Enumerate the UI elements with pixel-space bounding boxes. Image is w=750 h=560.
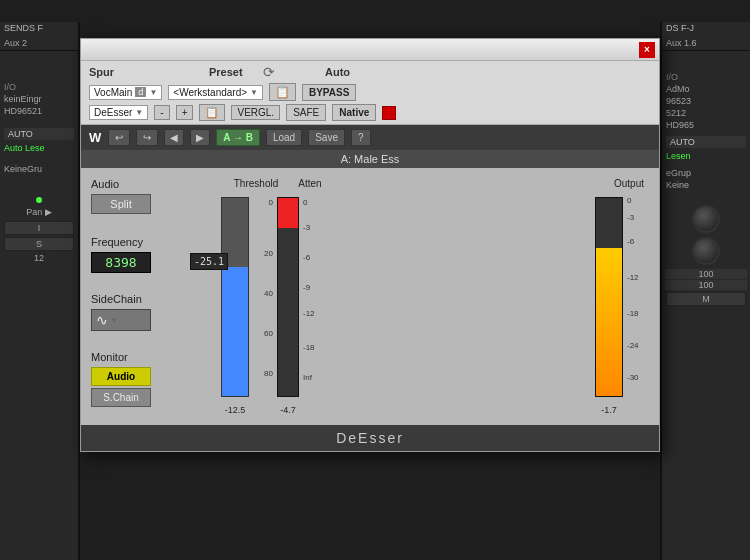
atten-meter-container [277, 197, 299, 397]
native-btn[interactable]: Native [332, 104, 376, 121]
bypass-button[interactable]: BYPASS [302, 84, 356, 101]
save-btn[interactable]: Save [308, 129, 345, 146]
preset-dropdown-arrow: ▼ [250, 88, 258, 97]
sidechain-wave-icon: ∿ [96, 312, 108, 328]
output-meter [595, 197, 623, 397]
prev-btn[interactable]: ◀ [164, 129, 184, 146]
spur-dropdown[interactable]: VocMain d ▼ [89, 85, 162, 100]
io-num1-right: 96523 [662, 95, 750, 107]
atick-6: -6 [303, 253, 323, 262]
atten-scale: 0 -3 -6 -9 -12 -18 Inf [303, 197, 325, 397]
auto-label-right: AUTO [666, 136, 746, 148]
plus-btn[interactable]: + [176, 105, 194, 120]
daw-right-strip: DS F-J Aux 1.6 I/O AdMo 96523 5212 HD965… [660, 22, 750, 560]
tick-60: 60 [264, 329, 273, 338]
bottom-label-threshold: -12.5 [221, 405, 249, 415]
io-num3-right: HD965 [662, 119, 750, 131]
atick-0: 0 [303, 198, 323, 207]
s-btn-left[interactable]: S [4, 237, 74, 251]
knob-right-2[interactable] [692, 237, 720, 265]
m-btn-right[interactable]: M [666, 292, 746, 306]
ab-btn[interactable]: A → B [216, 129, 260, 146]
deesser-dropdown[interactable]: DeEsser ▼ [89, 105, 148, 120]
undo-btn[interactable]: ↩ [108, 129, 130, 146]
waves-logo: W [89, 130, 102, 145]
sidechain-dropdown[interactable]: ∿ ▼ [91, 309, 151, 331]
output-meter-container [595, 197, 623, 397]
redo-btn[interactable]: ↪ [136, 129, 158, 146]
header-row3: DeEsser ▼ - + 📋 VERGL. SAFE Native [89, 104, 651, 121]
close-button[interactable]: × [639, 42, 655, 58]
tick-0: 0 [269, 198, 273, 207]
schain-monitor-button[interactable]: S.Chain [91, 388, 151, 407]
io-num-left: HD96521 [0, 105, 78, 117]
otick-0: 0 [627, 196, 647, 205]
threshold-value: -25.1 [190, 253, 228, 270]
preset-label: Preset [209, 66, 259, 78]
atten-header-label: Atten [295, 178, 325, 189]
pan-value-right: 100 [665, 269, 747, 279]
header-section: Spur Preset ⟳ Auto VocMain d ▼ <Werkstan… [81, 61, 659, 125]
audio-monitor-button[interactable]: Audio [91, 367, 151, 386]
meters-header: Threshold Atten Output [221, 178, 649, 189]
i-btn-left[interactable]: I [4, 221, 74, 235]
tick-80: 80 [264, 369, 273, 378]
copy-btn[interactable]: 📋 [269, 83, 296, 101]
title-bar: × [81, 39, 659, 61]
auto-label: Auto [325, 66, 375, 78]
next-btn[interactable]: ▶ [190, 129, 210, 146]
auto-value-left: Auto Lese [0, 141, 78, 155]
knob-right-1[interactable] [692, 205, 720, 233]
output-header-label: Output [609, 178, 649, 189]
bottom-labels: -12.5 -4.7 -1.7 [221, 405, 649, 415]
spur-label: Spur [89, 66, 139, 78]
help-btn[interactable]: ? [351, 129, 371, 146]
atten-red-fill [278, 198, 298, 228]
plugin-name: DeEsser [336, 430, 404, 446]
plugin-body: Audio Split Frequency 8398 SideChain ∿ ▼… [81, 168, 659, 425]
waves-toolbar: W ↩ ↪ ◀ ▶ A → B Load Save ? [81, 125, 659, 150]
meters-area: -25.1 0 20 40 60 80 0 [221, 197, 649, 397]
preset-name: A: Male Ess [341, 153, 400, 165]
pan-value-right2: 100 [665, 280, 747, 290]
spur-dropdown-arrow: ▼ [149, 88, 157, 97]
group-label-right: eGrup [662, 167, 750, 179]
tick-40: 40 [264, 289, 273, 298]
auto-label-left: AUTO [4, 128, 74, 140]
minus-btn[interactable]: - [154, 105, 169, 120]
aux-label-right: Aux 1.6 [662, 34, 750, 51]
safe-btn[interactable]: SAFE [286, 104, 326, 121]
header-row2: VocMain d ▼ <Werkstandard> ▼ 📋 BYPASS [89, 83, 651, 101]
io-value-left: keinEingr [0, 93, 78, 105]
atten-meter [277, 197, 299, 397]
center-panel: Threshold Atten Output -25.1 0 20 [221, 178, 649, 415]
threshold-fill [222, 267, 248, 396]
sends-label-right: DS F-J [662, 22, 750, 34]
sidechain-arrow-icon: ▼ [110, 316, 118, 325]
audio-label: Audio [91, 178, 211, 190]
atick-18: -18 [303, 343, 323, 352]
output-scale: 0 -3 -6 -12 -18 -24 -30 [627, 197, 649, 397]
green-indicator-left [36, 197, 42, 203]
frequency-label: Frequency [91, 236, 211, 248]
left-panel: Audio Split Frequency 8398 SideChain ∿ ▼… [91, 178, 211, 415]
frequency-display[interactable]: 8398 [91, 252, 151, 273]
plugin-footer: DeEsser [81, 425, 659, 451]
auto-value-right: Lesen [662, 149, 750, 163]
threshold-slider[interactable]: -25.1 [221, 197, 249, 397]
bottom-label-atten: -4.7 [277, 405, 299, 415]
group-label-right2: Keine [662, 179, 750, 191]
copy2-btn[interactable]: 📋 [199, 104, 225, 121]
otick-12: -12 [627, 273, 647, 282]
vergl-btn[interactable]: VERGL. [231, 105, 280, 120]
preset-dropdown[interactable]: <Werkstandard> ▼ [168, 85, 263, 100]
otick-18: -18 [627, 309, 647, 318]
preset-name-bar: A: Male Ess [81, 150, 659, 168]
plugin-window: × Spur Preset ⟳ Auto VocMain d ▼ <Werk [80, 38, 660, 452]
atick-12: -12 [303, 309, 323, 318]
group-label-left: KeineGru [0, 163, 78, 175]
split-button[interactable]: Split [91, 194, 151, 214]
otick-3: -3 [627, 213, 647, 222]
header-row1: Spur Preset ⟳ Auto [89, 64, 651, 80]
load-btn[interactable]: Load [266, 129, 302, 146]
